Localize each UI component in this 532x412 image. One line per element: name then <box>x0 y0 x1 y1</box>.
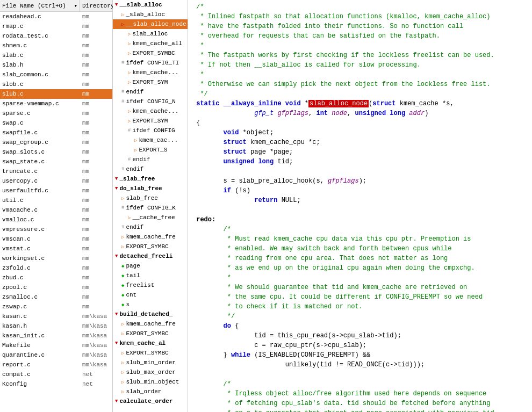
tree-item[interactable]: ▷slub_min_object <box>113 377 188 387</box>
file-row[interactable]: vmpressure.cmm <box>0 225 112 234</box>
tree-label: detached_freeli <box>119 253 172 259</box>
tree-item[interactable]: ▷EXPORT_SYMBC <box>113 48 188 58</box>
tree-item[interactable]: ▷kmem_cache... <box>113 68 188 77</box>
file-row[interactable]: vmstat.cmm <box>0 244 112 254</box>
tree-icon: ▷ <box>121 350 124 356</box>
file-row[interactable]: compat.cnet <box>0 370 112 379</box>
file-row[interactable]: zswap.cmm <box>0 302 112 312</box>
tree-item[interactable]: #ifdef CONFIG <box>113 126 188 135</box>
tree-item[interactable]: #ifdef CONFIG_K <box>113 203 188 213</box>
tree-item[interactable]: ▷kmem_cache_all <box>113 39 188 48</box>
file-row[interactable]: z3fold.cmm <box>0 263 112 273</box>
tree-item[interactable]: #endif <box>113 222 188 232</box>
tree-item[interactable]: ▷EXPORT_SYM <box>113 77 188 87</box>
tree-item[interactable]: ▼__slab_alloc <box>113 0 188 10</box>
file-row[interactable]: kasan_init.cmm\kasa <box>0 331 112 341</box>
keyword: struct <box>224 148 247 156</box>
tree-item[interactable]: ◆cnt <box>113 290 188 300</box>
tree-item[interactable]: ◆page <box>113 261 188 271</box>
file-name-column-header[interactable]: File Name (Ctrl+O) ▾ <box>0 0 80 11</box>
tree-item[interactable]: #endif <box>113 87 188 97</box>
file-row[interactable]: kasan.cmm\kasa <box>0 312 112 321</box>
file-dir: mm <box>80 23 112 30</box>
file-row[interactable]: Kconfignet <box>0 379 112 389</box>
file-row[interactable]: sparse-vmemmap.cmm <box>0 99 112 109</box>
tree-item[interactable]: #endif <box>113 164 188 174</box>
tree-item[interactable]: ▷slab_free <box>113 193 188 203</box>
file-row[interactable]: slab.cmm <box>0 50 112 60</box>
code-line: s = slab_pre_alloc_hook(s, gfpflags); <box>192 176 528 186</box>
file-row[interactable]: userfaultfd.cmm <box>0 186 112 196</box>
tree-icon: ▷ <box>121 379 124 385</box>
tree-item[interactable]: ▼kmem_cache_al <box>113 338 188 348</box>
comment: /* <box>192 3 204 11</box>
file-row[interactable]: rmap.cmm <box>0 21 112 31</box>
tree-item[interactable]: ▷EXPORT_S <box>113 145 188 155</box>
tree-label: kmem_cac... <box>139 137 178 143</box>
tree-item[interactable]: ▷EXPORT_SYMBC <box>113 329 188 338</box>
file-row[interactable]: vmacache.cmm <box>0 205 112 215</box>
tree-item[interactable]: ▷kmem_cache_fre <box>113 232 188 242</box>
tree-item[interactable]: ▼_slab_free <box>113 174 188 184</box>
file-row[interactable]: usercopy.cmm <box>0 176 112 186</box>
tree-item[interactable]: ▷slab_alloc <box>113 29 188 39</box>
file-row[interactable]: shmem.cmm <box>0 41 112 50</box>
file-row[interactable]: report.cmm\kasa <box>0 360 112 370</box>
tree-item[interactable]: ▷slub_max_order <box>113 367 188 377</box>
file-row[interactable]: quarantine.cmm\kasa <box>0 350 112 360</box>
code-line <box>192 167 528 176</box>
label: redo: <box>192 216 215 223</box>
file-row[interactable]: slab.hmm <box>0 60 112 70</box>
file-dir: mm <box>80 294 112 300</box>
tree-item[interactable]: ▷__slab_alloc_node <box>113 19 188 29</box>
tree-item[interactable]: ▼do_slab_free <box>113 184 188 193</box>
file-row[interactable]: kasan.hmm\kasa <box>0 321 112 331</box>
tree-item[interactable]: ▼calculate_order <box>113 396 188 406</box>
file-dir: mm <box>80 226 112 233</box>
tree-item[interactable]: ▷kmem_cache... <box>113 106 188 116</box>
file-row[interactable]: swapfile.cmm <box>0 128 112 138</box>
file-row[interactable]: sparse.cmm <box>0 109 112 118</box>
file-row[interactable]: readahead.cmm <box>0 12 112 21</box>
file-row[interactable]: workingset.cmm <box>0 254 112 263</box>
tree-item[interactable]: ▷kmem_cache_fre <box>113 319 188 329</box>
file-row[interactable]: Makefilemm\kasa <box>0 341 112 350</box>
tree-item[interactable]: ▷EXPORT_SYM <box>113 116 188 126</box>
file-row[interactable]: zpool.cmm <box>0 283 112 292</box>
tree-item[interactable]: ◆s <box>113 300 188 309</box>
file-row[interactable]: zsmalloc.cmm <box>0 292 112 302</box>
file-row[interactable]: slub.cmm <box>0 89 112 99</box>
tree-item[interactable]: #endif <box>113 155 188 164</box>
tree-item[interactable]: ▷slab_order <box>113 387 188 396</box>
tree-item[interactable]: ◆tail <box>113 271 188 280</box>
code-line: gfp_t gfpflags, int node, unsigned long … <box>192 109 528 118</box>
comment: * overhead for requests that can be sati… <box>192 32 440 40</box>
file-row[interactable]: swap_cgroup.cmm <box>0 138 112 147</box>
tree-item[interactable]: ▷kmem_cac... <box>113 135 188 145</box>
tree-item[interactable]: ▼build_detached_ <box>113 309 188 319</box>
file-row[interactable]: rodata_test.cmm <box>0 31 112 41</box>
file-row[interactable]: swap.cmm <box>0 118 112 128</box>
tree-item[interactable]: ▷slub_min_order <box>113 358 188 367</box>
tree-item[interactable]: ▷EXPORT_SYMBC <box>113 348 188 358</box>
tree-item[interactable]: ▼detached_freeli <box>113 251 188 261</box>
keyword: return <box>254 197 277 204</box>
file-name: truncate.c <box>0 168 80 175</box>
tree-item[interactable]: #ifdef CONFIG_TI <box>113 58 188 68</box>
tree-item[interactable]: ◆freelist <box>113 280 188 290</box>
file-row[interactable]: slob.cmm <box>0 79 112 89</box>
tree-item[interactable]: ▷_slab_alloc <box>113 10 188 19</box>
file-row[interactable]: zbud.cmm <box>0 273 112 283</box>
file-row[interactable]: swap_state.cmm <box>0 157 112 167</box>
tree-item[interactable]: ▷__cache_free <box>113 213 188 222</box>
code-panel[interactable]: /* * Inlined fastpath so that allocation… <box>188 0 532 412</box>
file-row[interactable]: vmscan.cmm <box>0 234 112 244</box>
file-dir: mm\kasa <box>80 362 112 368</box>
tree-item[interactable]: ▷EXPORT_SYMBC <box>113 242 188 251</box>
file-row[interactable]: vmalloc.cmm <box>0 215 112 225</box>
file-row[interactable]: truncate.cmm <box>0 167 112 176</box>
file-row[interactable]: swap_slots.cmm <box>0 147 112 157</box>
file-row[interactable]: slab_common.cmm <box>0 70 112 79</box>
file-row[interactable]: util.cmm <box>0 196 112 205</box>
tree-item[interactable]: #ifdef CONFIG_N <box>113 97 188 106</box>
